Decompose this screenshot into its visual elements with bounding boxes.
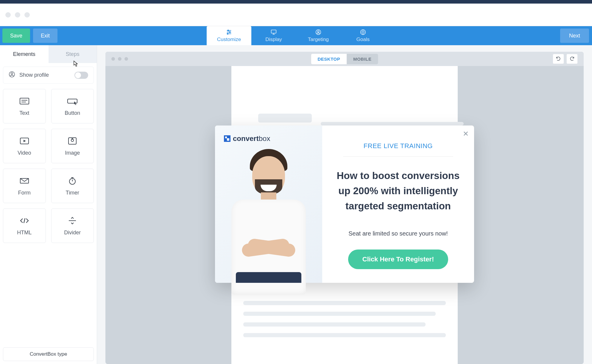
element-divider[interactable]: Divider xyxy=(51,208,94,243)
element-label: Form xyxy=(18,190,31,196)
svg-rect-18 xyxy=(68,99,77,103)
sidebar-tab-elements[interactable]: Elements xyxy=(0,45,49,63)
next-button[interactable]: Next xyxy=(560,29,589,43)
tab-label: Display xyxy=(265,37,282,43)
code-icon xyxy=(19,216,29,225)
show-profile-row: Show profile xyxy=(3,67,94,84)
device-toggle: DESKTOP MOBILE xyxy=(311,54,378,64)
element-html[interactable]: HTML xyxy=(3,208,46,243)
close-icon: ✕ xyxy=(463,130,469,138)
video-icon xyxy=(19,136,29,146)
svg-point-14 xyxy=(11,73,13,74)
element-label: Video xyxy=(18,150,31,156)
device-mobile-button[interactable]: MOBILE xyxy=(347,54,378,64)
popup-title: How to boost conversions up 200% with in… xyxy=(336,168,460,214)
svg-marker-20 xyxy=(24,140,26,142)
below-placeholder-lines xyxy=(243,301,446,344)
traffic-lights xyxy=(5,12,30,18)
save-button[interactable]: Save xyxy=(2,29,30,43)
svg-rect-15 xyxy=(20,98,29,104)
element-text[interactable]: Text xyxy=(3,89,46,123)
user-target-icon xyxy=(315,29,322,35)
traffic-dot xyxy=(5,12,11,18)
canvas-actions xyxy=(553,54,578,64)
browser-bar xyxy=(0,4,592,26)
show-profile-label: Show profile xyxy=(19,72,49,78)
popup-subtitle: Seat are limited so secure yours now! xyxy=(336,230,460,237)
tab-goals[interactable]: Goals xyxy=(341,26,385,45)
exit-button[interactable]: Exit xyxy=(33,29,57,43)
image-icon xyxy=(68,136,77,146)
svg-point-10 xyxy=(317,31,319,32)
element-video[interactable]: Video xyxy=(3,129,46,163)
element-label: Text xyxy=(19,110,29,116)
element-label: Divider xyxy=(64,230,81,236)
traffic-dot xyxy=(24,12,30,18)
element-label: Timer xyxy=(66,190,79,196)
placeholder-line xyxy=(243,322,426,327)
placeholder-line xyxy=(243,333,446,337)
tab-customize[interactable]: Customize xyxy=(207,26,251,45)
element-image[interactable]: Image xyxy=(51,129,94,163)
tab-label: Targeting xyxy=(308,37,329,43)
topbar-left: Save Exit xyxy=(0,26,57,45)
tab-label: Goals xyxy=(356,37,370,43)
dot xyxy=(118,57,121,61)
monitor-icon xyxy=(270,29,277,35)
timer-icon xyxy=(68,176,77,186)
elements-grid: Text Button Video xyxy=(3,89,94,243)
topbar-right: Next xyxy=(560,26,592,45)
target-icon xyxy=(360,29,366,35)
form-icon xyxy=(19,176,29,186)
svg-rect-6 xyxy=(271,30,276,33)
svg-point-22 xyxy=(71,139,74,142)
tab-targeting[interactable]: Targeting xyxy=(296,26,341,45)
sidebar-tab-steps-label: Steps xyxy=(66,51,80,57)
svg-point-3 xyxy=(228,30,229,31)
popup-preview[interactable]: ✕ convertbox xyxy=(215,125,474,283)
device-desktop-button[interactable]: DESKTOP xyxy=(311,54,347,64)
sidebar-tabs: Elements Steps xyxy=(0,45,97,63)
popup-cta-button[interactable]: Click Here To Register! xyxy=(348,250,448,269)
element-label: HTML xyxy=(17,230,32,236)
redo-icon xyxy=(569,56,575,62)
placeholder-line xyxy=(321,122,464,125)
svg-line-29 xyxy=(24,218,25,223)
button-icon xyxy=(67,96,78,106)
text-icon xyxy=(19,96,29,106)
workspace: DESKTOP MOBILE xyxy=(97,45,592,364)
profile-icon xyxy=(9,71,15,79)
element-label: Button xyxy=(65,110,80,116)
popup-left: convertbox xyxy=(215,125,322,283)
popup-eyebrow: FREE LIVE TRAINING xyxy=(343,142,453,157)
placeholder-line xyxy=(243,301,446,305)
svg-rect-23 xyxy=(71,138,73,139)
show-profile-toggle[interactable] xyxy=(74,72,88,79)
sliders-icon xyxy=(226,29,232,35)
window-chrome-top xyxy=(0,0,592,4)
tab-label: Customize xyxy=(217,37,241,43)
close-button[interactable]: ✕ xyxy=(463,130,469,138)
element-button[interactable]: Button xyxy=(51,89,94,123)
element-timer[interactable]: Timer xyxy=(51,169,94,203)
tab-display[interactable]: Display xyxy=(251,26,296,45)
show-profile-left: Show profile xyxy=(9,71,49,79)
dot xyxy=(111,57,115,61)
sidebar: Elements Steps Show profile xyxy=(0,45,97,364)
main-area: Elements Steps Show profile xyxy=(0,45,592,364)
logo-mark-icon xyxy=(224,135,230,142)
element-form[interactable]: Form xyxy=(3,169,46,203)
sidebar-footer: ConvertBox type xyxy=(0,344,97,364)
person-illustration xyxy=(230,140,307,283)
undo-button[interactable] xyxy=(553,54,564,64)
sidebar-tab-steps[interactable]: Steps xyxy=(49,45,97,63)
redo-button[interactable] xyxy=(566,54,578,64)
app-topbar: Save Exit Customize Display Targeting G xyxy=(0,26,592,45)
traffic-dot xyxy=(15,12,20,18)
convertbox-type-button[interactable]: ConvertBox type xyxy=(3,347,94,361)
topbar-tabs: Customize Display Targeting Goals xyxy=(207,26,385,45)
svg-point-12 xyxy=(362,31,364,33)
cursor-pointer-icon xyxy=(73,60,78,68)
canvas-topbar: DESKTOP MOBILE xyxy=(105,52,584,66)
svg-point-4 xyxy=(229,32,230,33)
